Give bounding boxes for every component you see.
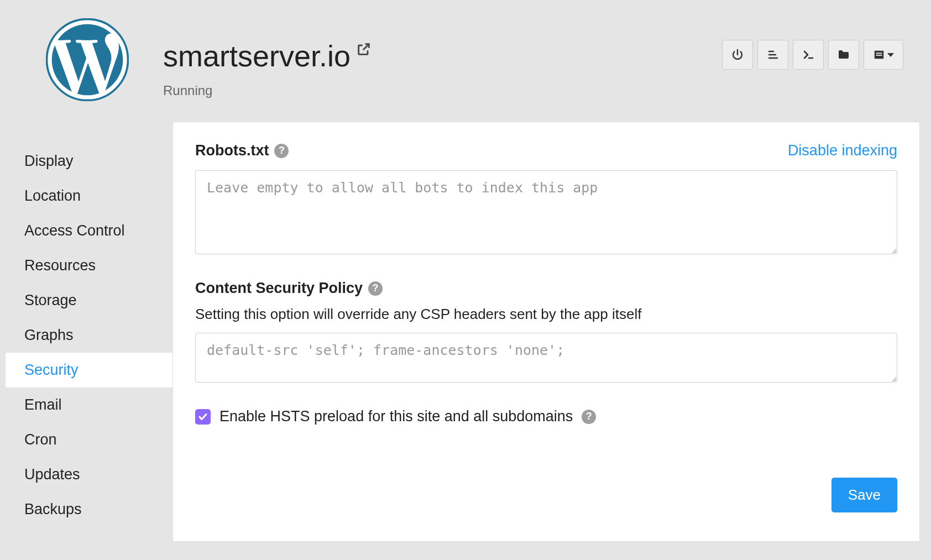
- sidebar-item-display[interactable]: Display: [6, 144, 172, 179]
- app-title[interactable]: smartserver.io: [163, 39, 351, 73]
- toolbar: [722, 11, 909, 70]
- files-button[interactable]: [828, 40, 859, 70]
- external-link-icon[interactable]: [356, 41, 372, 61]
- csp-note: Setting this option will override any CS…: [195, 306, 897, 323]
- sidebar-item-graphs[interactable]: Graphs: [6, 318, 172, 353]
- csp-label: Content Security Policy: [195, 280, 363, 297]
- actions-row: Save: [195, 478, 897, 512]
- csp-title: Content Security Policy ?: [195, 280, 897, 297]
- sidebar-item-storage[interactable]: Storage: [6, 283, 172, 318]
- help-icon[interactable]: ?: [274, 144, 289, 158]
- sidebar-item-label: Access Control: [24, 222, 125, 239]
- sidebar-item-label: Cron: [24, 431, 57, 448]
- title-row: smartserver.io: [163, 39, 722, 73]
- sidebar-item-security[interactable]: Security: [6, 353, 172, 388]
- logs-button[interactable]: [757, 40, 788, 70]
- hsts-checkbox[interactable]: [195, 409, 211, 425]
- sidebar-item-label: Resources: [24, 257, 96, 274]
- sidebar-item-label: Security: [24, 362, 79, 378]
- sidebar-item-access-control[interactable]: Access Control: [6, 213, 172, 248]
- sidebar-item-email[interactable]: Email: [6, 388, 172, 422]
- robots-label: Robots.txt: [195, 142, 269, 159]
- wordpress-logo-icon: [44, 17, 130, 102]
- sidebar-item-label: Graphs: [24, 327, 74, 343]
- sidebar: Display Location Access Control Resource…: [6, 122, 172, 542]
- more-menu-button[interactable]: [864, 40, 903, 70]
- robots-title: Robots.txt ?: [195, 142, 289, 159]
- help-icon[interactable]: ?: [368, 281, 383, 296]
- terminal-button[interactable]: [793, 40, 824, 70]
- security-panel: Robots.txt ? Disable indexing Content Se…: [172, 122, 920, 542]
- header: smartserver.io Running: [0, 0, 931, 122]
- sidebar-item-label: Updates: [24, 466, 80, 483]
- help-icon[interactable]: ?: [582, 410, 596, 424]
- app-logo: [44, 11, 130, 102]
- sidebar-item-updates[interactable]: Updates: [6, 457, 172, 492]
- disable-indexing-link[interactable]: Disable indexing: [788, 142, 897, 159]
- csp-textarea[interactable]: [195, 333, 897, 383]
- robots-header: Robots.txt ? Disable indexing: [195, 142, 897, 159]
- robots-textarea[interactable]: [195, 170, 897, 254]
- sidebar-item-label: Backups: [24, 501, 82, 517]
- sidebar-item-label: Storage: [24, 292, 77, 308]
- csp-section: Content Security Policy ? Setting this o…: [195, 280, 897, 385]
- sidebar-item-location[interactable]: Location: [6, 179, 172, 213]
- hsts-row: Enable HSTS preload for this site and al…: [195, 408, 897, 425]
- app-status: Running: [163, 83, 722, 98]
- content-row: Display Location Access Control Resource…: [0, 122, 931, 542]
- save-button[interactable]: Save: [831, 478, 897, 512]
- sidebar-item-label: Location: [24, 187, 81, 204]
- sidebar-item-label: Email: [24, 396, 62, 413]
- power-button[interactable]: [722, 40, 753, 70]
- sidebar-item-backups[interactable]: Backups: [6, 492, 172, 527]
- sidebar-item-resources[interactable]: Resources: [6, 248, 172, 283]
- svg-rect-7: [876, 55, 882, 56]
- svg-rect-6: [876, 53, 882, 54]
- hsts-label: Enable HSTS preload for this site and al…: [219, 408, 573, 425]
- sidebar-item-cron[interactable]: Cron: [6, 422, 172, 457]
- title-block: smartserver.io Running: [130, 11, 722, 98]
- sidebar-item-label: Display: [24, 153, 74, 169]
- caret-down-icon: [887, 53, 894, 57]
